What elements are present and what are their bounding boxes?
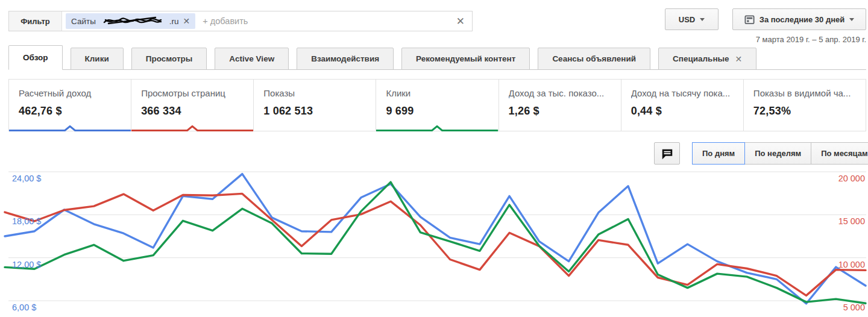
comment-button[interactable] — [654, 142, 680, 165]
close-tab-icon[interactable]: ✕ — [735, 54, 743, 64]
left-axis-tick: 18,00 $ — [12, 216, 41, 226]
series-indicator — [131, 125, 253, 131]
date-range-text: 7 марта 2019 г. – 5 апр. 2019 г. — [756, 35, 866, 44]
currency-button[interactable]: USD — [665, 8, 719, 30]
tab-active-view[interactable]: Active View — [215, 48, 289, 70]
filter-chip-sites[interactable]: Сайты .ru ✕ — [66, 13, 195, 29]
date-range-label: За последние 30 дней — [760, 15, 845, 24]
filter-bar: Фильтр Сайты .ru ✕ + добавить ✕ — [8, 11, 473, 31]
chevron-down-icon — [700, 18, 705, 21]
granularity-by-week-button[interactable]: По неделям — [744, 142, 811, 165]
filter-label: Фильтр — [9, 11, 62, 31]
calendar-icon — [744, 14, 755, 25]
tab-overview[interactable]: Обзор — [8, 45, 63, 70]
card-impression-rpm[interactable]: Доход на тысячу пока... 0,44 $ — [621, 80, 744, 131]
card-viewability[interactable]: Показы в видимой ча... 72,53% — [744, 80, 866, 131]
tab-views[interactable]: Просмотры — [131, 48, 207, 70]
card-impressions[interactable]: Показы 1 062 513 — [254, 80, 376, 131]
right-axis-tick: 10 000 — [838, 260, 865, 269]
redaction-scribble — [100, 15, 165, 28]
granularity-by-month-button[interactable]: По месяцам — [811, 142, 868, 165]
granularity-switcher: По дням По неделям По месяцам — [692, 142, 868, 165]
card-page-views[interactable]: Просмотры страниц 366 334 — [131, 80, 254, 131]
metric-cards: Расчетный доход 462,76 $ Просмотры стран… — [8, 79, 866, 131]
series-indicator — [9, 125, 131, 131]
clear-filters-icon[interactable]: ✕ — [456, 11, 465, 31]
right-axis-tick: 15 000 — [838, 216, 865, 226]
card-estimated-revenue[interactable]: Расчетный доход 462,76 $ — [9, 80, 131, 131]
tab-ad-sessions[interactable]: Сеансы объявлений — [538, 48, 650, 70]
filter-chip-prefix: Сайты — [71, 17, 96, 26]
comment-icon — [661, 147, 674, 160]
date-range-button[interactable]: За последние 30 дней — [732, 8, 866, 30]
tab-custom[interactable]: Специальные ✕ — [658, 48, 756, 70]
tab-interactions[interactable]: Взаимодействия — [297, 48, 394, 70]
tab-clicks[interactable]: Клики — [71, 48, 124, 70]
filter-chip-suffix: .ru — [169, 17, 179, 26]
right-axis-tick: 20 000 — [838, 174, 865, 183]
left-axis-tick: 24,00 $ — [12, 174, 41, 183]
granularity-by-day-button[interactable]: По дням — [692, 142, 745, 165]
line-chart — [0, 163, 868, 317]
left-axis-tick: 12,00 $ — [12, 260, 41, 269]
report-tabs: Обзор Клики Просмотры Active View Взаимо… — [0, 45, 868, 70]
remove-chip-icon[interactable]: ✕ — [183, 16, 190, 26]
series-indicator — [376, 125, 498, 131]
tab-recommended-content[interactable]: Рекомендуемый контент — [401, 48, 530, 70]
add-filter-input[interactable]: + добавить — [203, 16, 472, 26]
right-axis-tick: 5 000 — [843, 303, 865, 312]
card-rpm[interactable]: Доход за тыс. показо... 1,26 $ — [499, 80, 621, 131]
chevron-down-icon — [849, 18, 854, 21]
card-clicks[interactable]: Клики 9 699 — [376, 80, 498, 131]
adsense-report-page: Фильтр Сайты .ru ✕ + добавить ✕ USD — [0, 0, 868, 317]
left-axis-tick: 6,00 $ — [12, 303, 36, 312]
currency-label: USD — [679, 15, 695, 24]
